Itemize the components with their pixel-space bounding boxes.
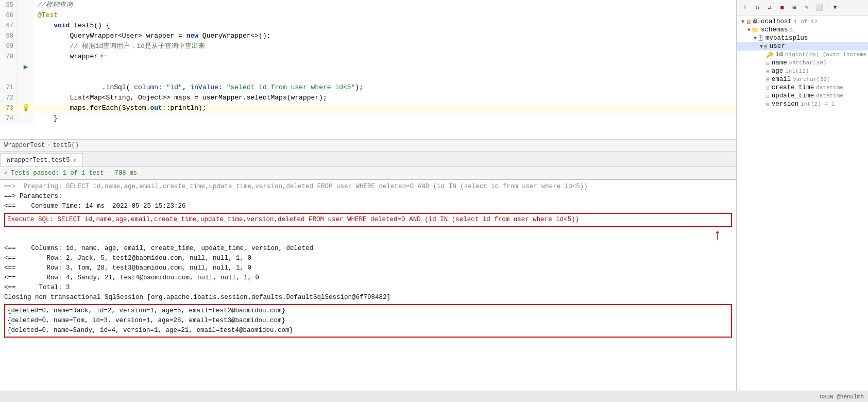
schemas-icon: 📁 xyxy=(752,27,759,34)
tree-user-table[interactable]: ▼ ⊞ user xyxy=(737,42,868,51)
db-stop-button[interactable]: ◼ xyxy=(776,2,788,13)
col-age-label: age xyxy=(772,68,784,75)
arrow-up-icon: ↑ xyxy=(713,228,722,243)
arrow-annotation-right: ← xyxy=(100,51,108,61)
db-expand-button[interactable]: ⬜ xyxy=(813,2,825,13)
col-icon-id: 🔑 xyxy=(766,52,773,58)
breadcrumb-part1[interactable]: WrapperTest xyxy=(4,142,45,149)
sql-execute-box: Execute SQL: SELECT id,name,age,email,cr… xyxy=(4,213,732,227)
col-age-meta: int(11) xyxy=(785,68,809,74)
db-filter-button[interactable]: ▼ xyxy=(829,2,841,13)
tree-schemas[interactable]: ▼ 📁 schemas 1 xyxy=(737,26,868,34)
code-line-74: 74 } xyxy=(0,113,736,124)
result-line-2: {deleted=0, name=Tom, id=3, version=1, a… xyxy=(7,316,729,326)
console-line-preparing: ==> Preparing: SELECT id,name,age,email,… xyxy=(4,182,732,192)
status-bar: CSDN @henulmh xyxy=(0,391,868,402)
console-line-params: ==> Parameters: xyxy=(4,192,732,202)
tree-col-update-time[interactable]: ⊟ update_time datetime xyxy=(737,92,868,100)
db-panel: + ↻ ⇄ ◼ ⊞ ✎ ⬜ ▼ ▼ 🖥 @localhost 1 of 12 ▼… xyxy=(737,0,868,391)
col-name-meta: varchar(30) xyxy=(789,60,827,66)
schemas-meta: 1 xyxy=(790,27,794,33)
col-email-meta: varchar(50) xyxy=(793,76,830,82)
console-line-consume: <== Consume Time: 14 ms 2022-05-25 15:23… xyxy=(4,202,732,211)
code-line-71: 71 .inSql( column: "id", inValue: "selec… xyxy=(0,82,736,93)
arrow-up-container: ↑ xyxy=(4,228,732,243)
breadcrumb-part2[interactable]: test5() xyxy=(53,142,78,149)
col-icon-create-time: ⊟ xyxy=(766,85,770,91)
tree-arrow-schemas: ▼ xyxy=(747,27,751,33)
col-name-label: name xyxy=(772,59,787,66)
sql-execute-text: Execute SQL: SELECT id,name,age,email,cr… xyxy=(7,216,579,223)
code-editor-panel: 65 //模糊查询 66 @Test 67 void test5() { xyxy=(0,0,737,391)
mybatisplus-label: mybatisplus xyxy=(765,35,808,42)
col-icon-age: ⊟ xyxy=(766,68,770,75)
code-line-68: 68 QueryWrapper<User> wrapper = new Quer… xyxy=(0,31,736,41)
col-icon-version: ⊟ xyxy=(766,101,770,108)
status-text: CSDN @henulmh xyxy=(820,394,864,400)
console-line-row2: <== Row: 3, Tom, 28, test3@baomidou.com,… xyxy=(4,263,732,273)
code-editor: 65 //模糊查询 66 @Test 67 void test5() { xyxy=(0,0,736,139)
tree-col-id[interactable]: 🔑 id bigint(20) (auto increme... xyxy=(737,51,868,59)
main-container: 65 //模糊查询 66 @Test 67 void test5() { xyxy=(0,0,868,391)
lightbulb-icon: 💡 xyxy=(22,103,30,113)
col-update-time-meta: datetime xyxy=(816,93,843,99)
code-line-73: 73 💡 maps.forEach(System.out::println); xyxy=(0,103,736,113)
tree-localhost[interactable]: ▼ 🖥 @localhost 1 of 12 xyxy=(737,18,868,26)
localhost-meta: 1 of 12 xyxy=(794,19,818,25)
code-line-66: 66 @Test xyxy=(0,10,736,21)
db-refresh-button[interactable]: ↻ xyxy=(752,2,763,13)
col-icon-update-time: ⊟ xyxy=(766,93,770,99)
test-pass-icon: ✓ xyxy=(4,169,8,177)
tab-close-button[interactable]: ✕ xyxy=(73,157,76,163)
tree-mybatisplus[interactable]: ▼ 🗄 mybatisplus xyxy=(737,34,868,42)
table-icon-user: ⊞ xyxy=(764,43,768,50)
console-line-closing: Closing non transactional SqlSession [or… xyxy=(4,293,732,303)
code-line-67: 67 void test5() { xyxy=(0,21,736,31)
run-indicator: ▶ xyxy=(24,62,28,72)
col-update-time-label: update_time xyxy=(772,92,814,99)
schemas-label: schemas xyxy=(761,26,788,34)
code-lines: 65 //模糊查询 66 @Test 67 void test5() { xyxy=(0,0,736,124)
tree-col-email[interactable]: ⊟ email varchar(50) xyxy=(737,75,868,83)
console-output[interactable]: ==> Preparing: SELECT id,name,age,email,… xyxy=(0,179,736,391)
tree-arrow-user: ▼ xyxy=(760,44,763,49)
breadcrumb: WrapperTest › test5() xyxy=(0,139,736,152)
breadcrumb-separator: › xyxy=(47,142,50,149)
tree-col-age[interactable]: ⊟ age int(11) xyxy=(737,67,868,75)
col-create-time-label: create_time xyxy=(772,84,814,91)
result-line-1: {deleted=0, name=Jack, id=2, version=1, … xyxy=(7,306,729,316)
code-line-72: 72 List<Map<String, Object>> maps = user… xyxy=(0,93,736,103)
db-edit-button[interactable]: ✎ xyxy=(801,2,812,13)
tab-wrappertest[interactable]: WrapperTest.test5 ✕ xyxy=(0,153,83,166)
code-line-70: 70 ▶ wrapper ← xyxy=(0,52,736,82)
col-version-meta: int(2) = 1 xyxy=(801,101,835,107)
db-add-button[interactable]: + xyxy=(739,2,751,13)
test-result-bar: ✓ Tests passed: 1 of 1 test – 708 ms xyxy=(0,167,736,179)
console-line-row3: <== Row: 4, Sandy, 21, test4@baomidou.co… xyxy=(4,273,732,283)
db-grid-button[interactable]: ⊞ xyxy=(789,2,800,13)
tree-col-version[interactable]: ⊟ version int(2) = 1 xyxy=(737,100,868,108)
tab-label: WrapperTest.test5 xyxy=(7,157,70,164)
tree-col-name[interactable]: ⊟ name varchar(30) xyxy=(737,59,868,67)
col-icon-name: ⊟ xyxy=(766,60,770,66)
user-table-label: user xyxy=(770,43,785,50)
host-icon: 🖥 xyxy=(745,19,751,25)
db-icon-mybatisplus: 🗄 xyxy=(758,35,763,42)
tree-arrow-mybatisplus: ▼ xyxy=(754,36,757,41)
col-id-meta: bigint(20) (auto increme... xyxy=(785,52,868,58)
col-id-label: id xyxy=(775,51,783,58)
code-line-69: 69 // 根据id查询用户，id是从子查询中查出来 xyxy=(0,41,736,52)
tab-bar: WrapperTest.test5 ✕ xyxy=(0,152,736,167)
db-tree: ▼ 🖥 @localhost 1 of 12 ▼ 📁 schemas 1 ▼ 🗄… xyxy=(737,15,868,391)
console-line-columns: <== Columns: id, name, age, email, creat… xyxy=(4,244,732,254)
col-email-label: email xyxy=(772,76,791,83)
db-toolbar: + ↻ ⇄ ◼ ⊞ ✎ ⬜ ▼ xyxy=(737,0,868,15)
col-create-time-meta: datetime xyxy=(816,85,843,91)
tree-arrow-localhost: ▼ xyxy=(741,19,744,25)
col-version-label: version xyxy=(772,100,799,108)
db-sync-button[interactable]: ⇄ xyxy=(764,2,775,13)
result-box: {deleted=0, name=Jack, id=2, version=1, … xyxy=(4,304,732,338)
console-line-row1: <== Row: 2, Jack, 5, test2@baomidou.com,… xyxy=(4,254,732,263)
tree-col-create-time[interactable]: ⊟ create_time datetime xyxy=(737,83,868,92)
col-icon-email: ⊟ xyxy=(766,76,770,83)
